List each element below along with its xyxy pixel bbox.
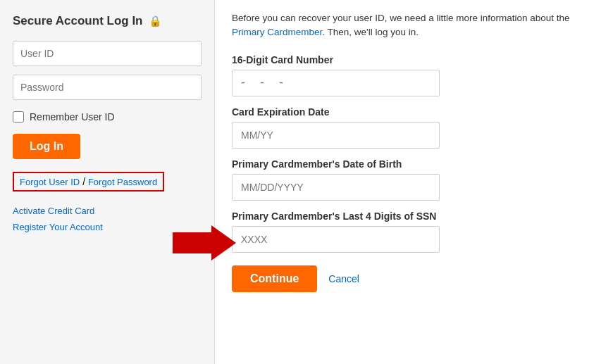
card-number-label: 16-Digit Card Number [232,54,596,65]
forgot-userid-link[interactable]: Forgot User ID [20,177,80,187]
password-input[interactable] [13,75,202,100]
dob-input[interactable] [232,174,440,201]
forgot-separator: / [80,176,88,187]
dob-label: Primary Cardmember's Date of Birth [232,158,596,170]
forgot-password-link[interactable]: Forgot Password [88,177,157,187]
action-row: Continue Cancel [232,265,596,292]
continue-button[interactable]: Continue [232,265,317,292]
login-button[interactable]: Log In [13,134,80,159]
title-text: Secure Account Log In [13,14,143,28]
arrow-icon [173,225,236,261]
ssn-section: Primary Cardmember's Last 4 Digits of SS… [232,211,596,253]
primary-cardmember-link[interactable]: Primary Cardmember [232,27,322,37]
intro-text-after: . Then, we'll log you in. [322,27,419,37]
intro-text-before: Before you can recover your user ID, we … [232,13,570,23]
card-number-input[interactable] [232,70,440,96]
remember-label: Remember User ID [30,111,115,123]
forgot-link-box: Forgot User ID / Forgot Password [13,172,164,192]
lock-icon: 🔒 [149,15,162,27]
expiration-section: Card Expiration Date [232,106,596,149]
ssn-input[interactable] [232,226,440,253]
expiration-label: Card Expiration Date [232,106,596,118]
forgot-section: Forgot User ID / Forgot Password [13,172,202,199]
cancel-link[interactable]: Cancel [328,273,359,284]
remember-checkbox[interactable] [13,111,24,123]
userid-input[interactable] [13,41,202,66]
card-number-section: 16-Digit Card Number [232,54,596,96]
remember-row: Remember User ID [13,111,202,123]
expiration-input[interactable] [232,122,440,149]
svg-marker-0 [173,225,236,261]
ssn-label: Primary Cardmember's Last 4 Digits of SS… [232,211,596,222]
left-panel: Secure Account Log In 🔒 Remember User ID… [0,0,215,364]
section-title: Secure Account Log In 🔒 [13,14,202,28]
main-wrapper: Secure Account Log In 🔒 Remember User ID… [0,0,613,364]
dob-section: Primary Cardmember's Date of Birth [232,158,596,201]
intro-paragraph: Before you can recover your user ID, we … [232,11,596,40]
activate-card-link[interactable]: Activate Credit Card [13,206,202,216]
right-panel: Before you can recover your user ID, we … [215,0,613,364]
